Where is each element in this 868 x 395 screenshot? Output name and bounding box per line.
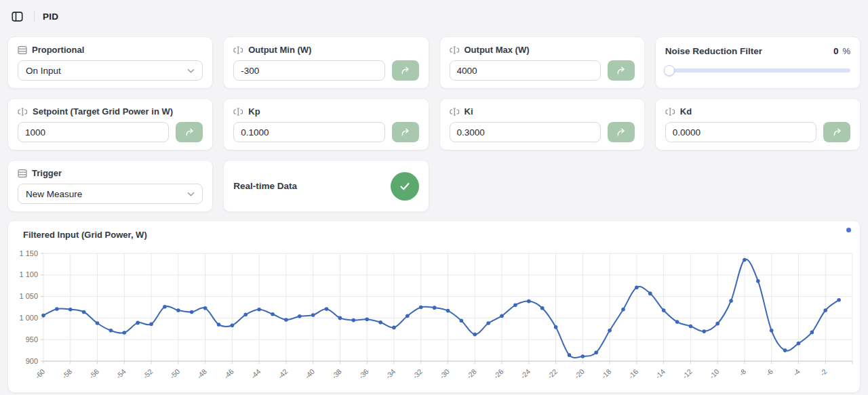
svg-text:-28: -28 bbox=[465, 367, 477, 380]
input-cursor-icon bbox=[233, 107, 243, 117]
redo-arrow-icon bbox=[400, 66, 410, 76]
page-title: PID bbox=[43, 12, 58, 22]
selected-option: On Input bbox=[26, 66, 61, 76]
input-cursor-icon bbox=[233, 45, 243, 55]
svg-text:950: 950 bbox=[26, 335, 38, 344]
svg-text:-22: -22 bbox=[546, 367, 559, 380]
chevron-down-icon bbox=[187, 68, 195, 73]
card-label: Kp bbox=[248, 106, 260, 117]
divider bbox=[34, 10, 35, 22]
svg-text:-54: -54 bbox=[114, 367, 127, 380]
output-max-input[interactable] bbox=[450, 60, 601, 81]
rows-icon bbox=[18, 169, 27, 178]
card-kd: Kd bbox=[655, 98, 861, 150]
card-setpoint: Setpoint (Target Grid Power in W) bbox=[7, 98, 213, 150]
svg-text:-20: -20 bbox=[573, 367, 586, 380]
svg-text:-42: -42 bbox=[276, 367, 289, 380]
svg-text:-40: -40 bbox=[303, 367, 316, 380]
card-proportional: Proportional On Input bbox=[7, 37, 213, 89]
svg-text:1 000: 1 000 bbox=[19, 314, 38, 322]
setpoint-input[interactable] bbox=[18, 122, 169, 142]
svg-text:900: 900 bbox=[26, 357, 38, 365]
svg-text:-60: -60 bbox=[33, 367, 46, 380]
card-realtime-data: Real-time Data bbox=[223, 160, 429, 212]
svg-text:-30: -30 bbox=[438, 367, 451, 380]
rows-icon bbox=[18, 45, 27, 55]
empty-cell bbox=[439, 160, 645, 212]
top-bar: PID bbox=[0, 0, 868, 33]
svg-text:-2: -2 bbox=[818, 367, 829, 377]
redo-arrow-icon bbox=[616, 127, 626, 138]
card-label: Setpoint (Target Grid Power in W) bbox=[33, 106, 173, 117]
svg-text:-46: -46 bbox=[222, 367, 235, 380]
svg-text:-44: -44 bbox=[249, 367, 262, 380]
noise-filter-slider[interactable] bbox=[665, 65, 850, 76]
svg-text:-24: -24 bbox=[519, 367, 532, 380]
live-indicator-dot bbox=[846, 228, 851, 232]
output-max-submit-button[interactable] bbox=[608, 60, 635, 81]
noise-filter-value: 0 bbox=[833, 46, 839, 56]
line-chart: 9009501 0001 0501 1001 150-60-58-56-54-5… bbox=[16, 243, 853, 385]
slider-track bbox=[665, 68, 850, 72]
svg-text:-8: -8 bbox=[737, 367, 747, 377]
svg-text:-36: -36 bbox=[357, 367, 370, 380]
controls-grid: Proportional On Input Output Min (W) bbox=[0, 33, 868, 212]
card-label: Trigger bbox=[32, 168, 62, 178]
ki-input[interactable] bbox=[450, 122, 601, 142]
kd-submit-button[interactable] bbox=[823, 122, 850, 142]
card-output-min: Output Min (W) bbox=[223, 37, 429, 89]
svg-text:1 150: 1 150 bbox=[19, 249, 38, 257]
card-kp: Kp bbox=[223, 98, 429, 150]
card-ki: Ki bbox=[439, 98, 645, 150]
svg-text:-16: -16 bbox=[627, 367, 639, 380]
realtime-toggle-button[interactable] bbox=[391, 172, 419, 201]
redo-arrow-icon bbox=[616, 66, 626, 76]
sidebar-toggle-button[interactable] bbox=[8, 7, 26, 25]
svg-text:-26: -26 bbox=[492, 367, 505, 380]
card-noise-filter: Noise Reduction Filter 0% bbox=[655, 37, 861, 89]
card-label: Output Max (W) bbox=[465, 45, 530, 55]
svg-text:1 050: 1 050 bbox=[19, 292, 38, 300]
svg-text:-14: -14 bbox=[654, 367, 667, 380]
svg-text:-52: -52 bbox=[141, 367, 154, 380]
proportional-select[interactable]: On Input bbox=[18, 60, 203, 81]
kp-input[interactable] bbox=[233, 122, 384, 142]
chart-title: Filtered Input (Grid Power, W) bbox=[23, 230, 852, 240]
ki-submit-button[interactable] bbox=[608, 122, 635, 142]
output-min-submit-button[interactable] bbox=[392, 60, 419, 81]
svg-text:-48: -48 bbox=[195, 367, 208, 380]
svg-text:-34: -34 bbox=[384, 367, 397, 380]
output-min-input[interactable] bbox=[233, 60, 384, 81]
svg-text:-18: -18 bbox=[599, 367, 612, 380]
svg-text:-4: -4 bbox=[791, 367, 802, 377]
slider-thumb[interactable] bbox=[664, 65, 675, 76]
empty-cell bbox=[655, 160, 861, 212]
input-cursor-icon bbox=[18, 107, 28, 117]
chart-card: Filtered Input (Grid Power, W) 9009501 0… bbox=[7, 220, 861, 393]
setpoint-submit-button[interactable] bbox=[176, 122, 203, 142]
redo-arrow-icon bbox=[400, 127, 410, 138]
card-label: Proportional bbox=[32, 45, 84, 55]
realtime-label: Real-time Data bbox=[233, 181, 297, 191]
selected-option: New Measure bbox=[26, 189, 82, 199]
svg-text:1 100: 1 100 bbox=[19, 270, 38, 278]
check-icon bbox=[398, 180, 412, 193]
svg-text:-56: -56 bbox=[87, 367, 100, 380]
kd-input[interactable] bbox=[665, 122, 816, 142]
input-cursor-icon bbox=[450, 107, 460, 117]
input-cursor-icon bbox=[665, 107, 675, 117]
svg-text:-12: -12 bbox=[681, 367, 694, 380]
svg-text:-38: -38 bbox=[330, 367, 343, 380]
svg-text:-32: -32 bbox=[411, 367, 424, 380]
kp-submit-button[interactable] bbox=[392, 122, 419, 142]
card-output-max: Output Max (W) bbox=[439, 37, 645, 89]
card-label: Noise Reduction Filter bbox=[665, 46, 762, 56]
card-trigger: Trigger New Measure bbox=[7, 160, 213, 212]
input-cursor-icon bbox=[450, 45, 460, 55]
noise-filter-unit: % bbox=[842, 46, 850, 56]
svg-text:-50: -50 bbox=[168, 367, 181, 380]
panel-left-icon bbox=[12, 11, 23, 22]
svg-text:-6: -6 bbox=[764, 367, 774, 377]
card-label: Output Min (W) bbox=[248, 45, 311, 55]
trigger-select[interactable]: New Measure bbox=[18, 184, 203, 204]
